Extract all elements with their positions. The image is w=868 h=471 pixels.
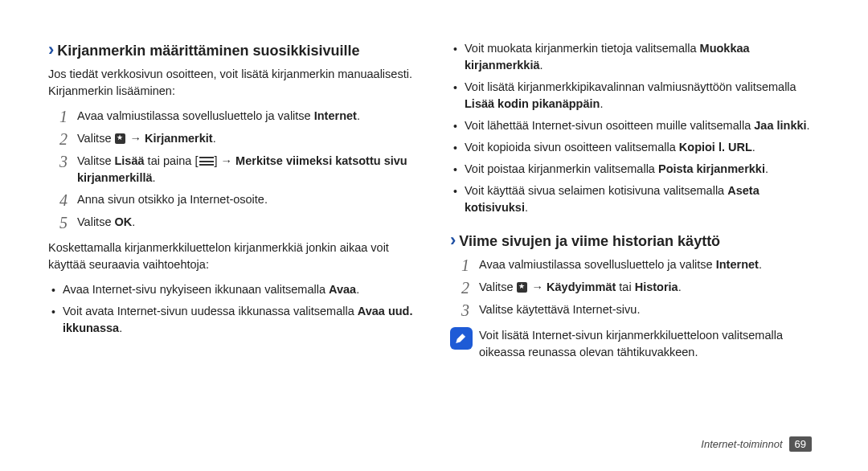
step-number: 5 [59,214,77,231]
bullet-icon: • [453,80,465,113]
step-2: 2 Valitse → Kirjanmerkit. [59,130,418,148]
steps-list: 1 Avaa valmiustilassa sovellusluettelo j… [59,108,418,231]
step-number: 2 [59,130,77,148]
intro-text: Jos tiedät verkkosivun osoitteen, voit l… [48,66,418,100]
left-column: › Kirjanmerkin määrittäminen suosikkisiv… [48,40,418,361]
bullet-share: • Voit lähettää Internet-sivun osoitteen… [453,117,820,134]
bullet-icon: • [453,140,465,157]
bullet-icon: • [51,282,63,299]
hstep-1: 1 Avaa valmiustilassa sovellusluettelo j… [461,256,820,274]
bullet-open: • Avaa Internet-sivu nykyiseen ikkunaan … [51,281,418,298]
step-number: 4 [59,191,77,209]
options-list-left: • Avaa Internet-sivu nykyiseen ikkunaan … [51,281,418,337]
step-3: 3 Valitse Lisää tai paina [] → Merkitse … [59,153,418,186]
chevron-icon: › [450,231,456,249]
step-number: 3 [461,301,479,319]
step-number: 1 [59,108,77,125]
note-block: Voit lisätä Internet-sivun kirjanmerkkil… [450,327,820,361]
footer-label: Internet-toiminnot [701,438,782,450]
bullet-icon: • [51,304,63,338]
right-column: • Voit muokata kirjanmerkin tietoja vali… [450,40,820,361]
menu-icon [199,157,214,166]
options-intro: Koskettamalla kirjanmerkkiluettelon kirj… [48,240,418,273]
page-content: › Kirjanmerkin määrittäminen suosikkisiv… [0,0,868,377]
step-4: 4 Anna sivun otsikko ja Internet-osoite. [59,191,418,209]
heading-text: Kirjanmerkin määrittäminen suosikkisivui… [57,40,359,61]
note-text: Voit lisätä Internet-sivun kirjanmerkkil… [479,327,820,361]
star-icon [517,282,527,293]
hstep-2: 2 Valitse → Käydyimmät tai Historia. [461,279,820,297]
step-5: 5 Valitse OK. [59,214,418,231]
page-number: 69 [789,436,812,452]
options-list-right: • Voit muokata kirjanmerkin tietoja vali… [453,40,820,216]
step-number: 3 [59,153,77,186]
step-number: 2 [461,279,479,297]
hstep-3: 3 Valitse käytettävä Internet-sivu. [461,301,820,319]
section-heading-history: › Viime sivujen ja viime historian käytt… [450,231,820,252]
bullet-homepage: • Voit käyttää sivua selaimen kotisivuna… [453,182,820,216]
bullet-delete: • Voit poistaa kirjanmerkin valitsemalla… [453,161,820,178]
bullet-icon: • [453,162,465,178]
history-steps: 1 Avaa valmiustilassa sovellusluettelo j… [461,256,820,319]
bullet-icon: • [453,183,465,217]
page-footer: Internet-toiminnot 69 [701,436,812,452]
star-icon [115,133,125,144]
heading-text: Viime sivujen ja viime historian käyttö [459,231,720,252]
bullet-icon: • [453,41,465,75]
bullet-open-new: • Voit avata Internet-sivun uudessa ikku… [51,303,418,337]
bullet-icon: • [453,118,465,135]
bullet-shortcut: • Voit lisätä kirjanmerkkipikavalinnan v… [453,79,820,113]
step-number: 1 [461,256,479,274]
bullet-copy-url: • Voit kopioida sivun osoitteen valitsem… [453,139,820,156]
note-icon [450,327,473,350]
chevron-icon: › [48,41,54,59]
step-1: 1 Avaa valmiustilassa sovellusluettelo j… [59,108,418,125]
section-heading-bookmarks: › Kirjanmerkin määrittäminen suosikkisiv… [48,40,418,61]
bullet-edit: • Voit muokata kirjanmerkin tietoja vali… [453,40,820,74]
